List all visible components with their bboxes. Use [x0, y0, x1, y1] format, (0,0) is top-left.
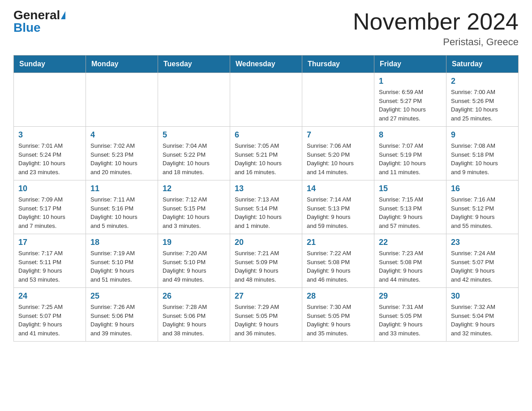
day-number: 22 — [379, 238, 442, 247]
day-number: 8 — [379, 130, 442, 140]
day-number: 20 — [235, 238, 297, 247]
day-number: 19 — [163, 238, 225, 247]
weekday-header-row: SundayMondayTuesdayWednesdayThursdayFrid… — [14, 56, 519, 73]
day-cell: 12Sunrise: 7:12 AM Sunset: 5:15 PM Dayli… — [158, 180, 230, 234]
day-cell — [302, 73, 374, 127]
day-info: Sunrise: 7:01 AM Sunset: 5:24 PM Dayligh… — [18, 142, 65, 176]
day-number: 11 — [90, 184, 153, 193]
weekday-header-sunday: Sunday — [14, 56, 86, 73]
day-cell: 15Sunrise: 7:15 AM Sunset: 5:13 PM Dayli… — [374, 180, 446, 234]
day-number: 21 — [307, 238, 369, 247]
day-cell: 27Sunrise: 7:29 AM Sunset: 5:05 PM Dayli… — [230, 288, 302, 342]
day-cell: 7Sunrise: 7:06 AM Sunset: 5:20 PM Daylig… — [302, 127, 374, 180]
day-info: Sunrise: 7:14 AM Sunset: 5:13 PM Dayligh… — [307, 196, 351, 229]
week-row-2: 3Sunrise: 7:01 AM Sunset: 5:24 PM Daylig… — [14, 127, 519, 180]
day-info: Sunrise: 7:25 AM Sunset: 5:07 PM Dayligh… — [18, 304, 63, 337]
day-info: Sunrise: 7:28 AM Sunset: 5:06 PM Dayligh… — [163, 304, 207, 337]
day-info: Sunrise: 7:00 AM Sunset: 5:26 PM Dayligh… — [451, 89, 498, 122]
day-info: Sunrise: 7:16 AM Sunset: 5:12 PM Dayligh… — [451, 196, 495, 229]
day-cell: 21Sunrise: 7:22 AM Sunset: 5:08 PM Dayli… — [302, 234, 374, 288]
day-number: 25 — [90, 291, 153, 301]
logo-blue-text: Blue — [13, 21, 41, 34]
day-info: Sunrise: 7:20 AM Sunset: 5:10 PM Dayligh… — [163, 250, 207, 283]
day-cell: 3Sunrise: 7:01 AM Sunset: 5:24 PM Daylig… — [14, 127, 86, 180]
weekday-header-saturday: Saturday — [446, 56, 519, 73]
day-number: 26 — [163, 291, 225, 301]
day-cell: 24Sunrise: 7:25 AM Sunset: 5:07 PM Dayli… — [14, 288, 86, 342]
day-number: 14 — [307, 184, 369, 193]
day-cell: 29Sunrise: 7:31 AM Sunset: 5:05 PM Dayli… — [374, 288, 446, 342]
day-cell — [230, 73, 302, 127]
day-number: 9 — [451, 130, 514, 140]
day-info: Sunrise: 7:09 AM Sunset: 5:17 PM Dayligh… — [18, 196, 65, 229]
day-number: 28 — [307, 291, 369, 301]
day-cell: 28Sunrise: 7:30 AM Sunset: 5:05 PM Dayli… — [302, 288, 374, 342]
day-info: Sunrise: 7:07 AM Sunset: 5:19 PM Dayligh… — [379, 142, 426, 176]
day-cell: 10Sunrise: 7:09 AM Sunset: 5:17 PM Dayli… — [14, 180, 86, 234]
day-cell: 6Sunrise: 7:05 AM Sunset: 5:21 PM Daylig… — [230, 127, 302, 180]
month-title: November 2024 — [353, 9, 519, 34]
day-cell — [158, 73, 230, 127]
day-info: Sunrise: 7:19 AM Sunset: 5:10 PM Dayligh… — [90, 250, 135, 283]
day-cell: 23Sunrise: 7:24 AM Sunset: 5:07 PM Dayli… — [446, 234, 519, 288]
day-cell: 1Sunrise: 6:59 AM Sunset: 5:27 PM Daylig… — [374, 73, 446, 127]
week-row-5: 24Sunrise: 7:25 AM Sunset: 5:07 PM Dayli… — [14, 288, 519, 342]
day-number: 30 — [451, 291, 514, 301]
day-number: 4 — [90, 130, 153, 140]
week-row-4: 17Sunrise: 7:17 AM Sunset: 5:11 PM Dayli… — [14, 234, 519, 288]
day-info: Sunrise: 7:23 AM Sunset: 5:08 PM Dayligh… — [379, 250, 423, 283]
day-number: 1 — [379, 77, 442, 86]
calendar-table: SundayMondayTuesdayWednesdayThursdayFrid… — [13, 55, 519, 342]
day-cell: 16Sunrise: 7:16 AM Sunset: 5:12 PM Dayli… — [446, 180, 519, 234]
day-info: Sunrise: 7:04 AM Sunset: 5:22 PM Dayligh… — [163, 142, 210, 176]
day-number: 10 — [18, 184, 81, 193]
day-info: Sunrise: 7:24 AM Sunset: 5:07 PM Dayligh… — [451, 250, 495, 283]
day-number: 13 — [235, 184, 297, 193]
day-info: Sunrise: 7:11 AM Sunset: 5:16 PM Dayligh… — [90, 196, 137, 229]
day-number: 12 — [163, 184, 225, 193]
page-header: General Blue November 2024 Peristasi, Gr… — [13, 9, 519, 48]
day-number: 5 — [163, 130, 225, 140]
day-cell — [14, 73, 86, 127]
day-number: 18 — [90, 238, 153, 247]
day-cell: 5Sunrise: 7:04 AM Sunset: 5:22 PM Daylig… — [158, 127, 230, 180]
day-info: Sunrise: 7:15 AM Sunset: 5:13 PM Dayligh… — [379, 196, 423, 229]
day-cell: 9Sunrise: 7:08 AM Sunset: 5:18 PM Daylig… — [446, 127, 519, 180]
day-number: 17 — [18, 238, 81, 247]
day-number: 29 — [379, 291, 442, 301]
day-cell — [86, 73, 158, 127]
title-block: November 2024 Peristasi, Greece — [353, 9, 519, 48]
day-cell: 25Sunrise: 7:26 AM Sunset: 5:06 PM Dayli… — [86, 288, 158, 342]
day-cell: 18Sunrise: 7:19 AM Sunset: 5:10 PM Dayli… — [86, 234, 158, 288]
day-info: Sunrise: 7:31 AM Sunset: 5:05 PM Dayligh… — [379, 304, 423, 337]
day-cell: 30Sunrise: 7:32 AM Sunset: 5:04 PM Dayli… — [446, 288, 519, 342]
weekday-header-friday: Friday — [374, 56, 446, 73]
day-number: 6 — [235, 130, 297, 140]
day-number: 23 — [451, 238, 514, 247]
day-info: Sunrise: 7:06 AM Sunset: 5:20 PM Dayligh… — [307, 142, 354, 176]
day-info: Sunrise: 6:59 AM Sunset: 5:27 PM Dayligh… — [379, 89, 426, 122]
logo: General Blue — [13, 9, 65, 34]
day-info: Sunrise: 7:02 AM Sunset: 5:23 PM Dayligh… — [90, 142, 137, 176]
weekday-header-tuesday: Tuesday — [158, 56, 230, 73]
day-info: Sunrise: 7:32 AM Sunset: 5:04 PM Dayligh… — [451, 304, 495, 337]
day-info: Sunrise: 7:12 AM Sunset: 5:15 PM Dayligh… — [163, 196, 210, 229]
day-number: 15 — [379, 184, 442, 193]
day-info: Sunrise: 7:17 AM Sunset: 5:11 PM Dayligh… — [18, 250, 63, 283]
weekday-header-wednesday: Wednesday — [230, 56, 302, 73]
day-info: Sunrise: 7:21 AM Sunset: 5:09 PM Dayligh… — [235, 250, 279, 283]
week-row-3: 10Sunrise: 7:09 AM Sunset: 5:17 PM Dayli… — [14, 180, 519, 234]
day-cell: 20Sunrise: 7:21 AM Sunset: 5:09 PM Dayli… — [230, 234, 302, 288]
weekday-header-thursday: Thursday — [302, 56, 374, 73]
day-number: 24 — [18, 291, 81, 301]
day-cell: 22Sunrise: 7:23 AM Sunset: 5:08 PM Dayli… — [374, 234, 446, 288]
location-label: Peristasi, Greece — [353, 36, 519, 48]
day-number: 16 — [451, 184, 514, 193]
day-info: Sunrise: 7:26 AM Sunset: 5:06 PM Dayligh… — [90, 304, 135, 337]
logo-triangle-icon — [61, 11, 65, 19]
day-info: Sunrise: 7:30 AM Sunset: 5:05 PM Dayligh… — [307, 304, 351, 337]
day-number: 3 — [18, 130, 81, 140]
day-cell: 17Sunrise: 7:17 AM Sunset: 5:11 PM Dayli… — [14, 234, 86, 288]
day-info: Sunrise: 7:29 AM Sunset: 5:05 PM Dayligh… — [235, 304, 279, 337]
day-cell: 19Sunrise: 7:20 AM Sunset: 5:10 PM Dayli… — [158, 234, 230, 288]
